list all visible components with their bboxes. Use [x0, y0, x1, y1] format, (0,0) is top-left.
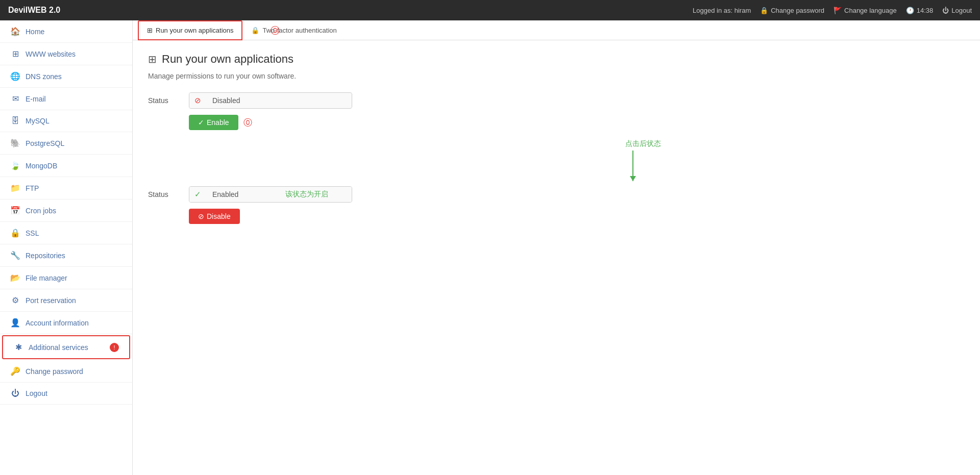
sidebar-item-account-information[interactable]: 👤 Account information	[0, 312, 132, 334]
tab-run-apps[interactable]: ⊞ Run your own applications	[138, 20, 242, 40]
checkmark-icon: ✓	[198, 118, 204, 127]
before-state-section: Status ⊘ Disabled ✓ Enable ⓪	[148, 92, 965, 130]
tab-lock-icon: 🔒	[251, 27, 259, 34]
change-language-link[interactable]: 🚩 Change language	[834, 7, 897, 14]
sidebar-item-label: WWW websites	[26, 50, 76, 58]
sidebar-item-label: Account information	[26, 319, 89, 327]
sidebar-item-dns-zones[interactable]: 🌐 DNS zones	[0, 65, 132, 88]
page-subtitle: Manage permissions to run your own softw…	[148, 72, 965, 80]
arrow-down	[632, 151, 633, 181]
email-icon: ✉	[10, 94, 20, 104]
status-enabled-text: Enabled	[206, 187, 279, 202]
status-input-disabled: ⊘ Disabled	[189, 92, 352, 109]
tab-bar: ⓪ ⊞ Run your own applications 🔒 Two-fact…	[133, 20, 980, 40]
page-title-icon: ⊞	[148, 53, 157, 65]
sidebar-item-label: Port reservation	[26, 296, 76, 305]
sidebar-item-label: File manager	[26, 274, 67, 282]
status-label-2: Status	[148, 190, 189, 198]
tab-run-apps-label: Run your own applications	[156, 27, 233, 34]
repo-icon: 🔧	[10, 251, 20, 260]
page-title-text: Run your own applications	[162, 53, 293, 66]
enable-label: Enable	[207, 118, 229, 127]
enable-button[interactable]: ✓ Enable	[189, 115, 238, 130]
sidebar-item-mysql[interactable]: 🗄 MySQL	[0, 110, 132, 132]
tab-two-factor[interactable]: 🔒 Two-factor authentication	[242, 20, 345, 40]
grid-icon: ⊞	[10, 49, 20, 59]
folder-icon: 📁	[10, 183, 20, 193]
tab-question-icon: ⓪	[271, 24, 280, 37]
tab-grid-icon: ⊞	[147, 27, 153, 34]
filemanager-icon: 📂	[10, 273, 20, 283]
ban-icon: ⊘	[198, 212, 204, 220]
account-icon: 👤	[10, 318, 20, 328]
sidebar-item-label: DNS zones	[26, 72, 62, 81]
status-input-enabled: ✓ Enabled 该状态为开启	[189, 186, 352, 203]
key-icon: 🔑	[10, 366, 20, 376]
status-enabled-note: 该状态为开启	[279, 187, 352, 202]
enable-button-row: ✓ Enable ⓪	[189, 115, 965, 130]
language-icon: 🚩	[834, 7, 842, 14]
sidebar-item-ssl[interactable]: 🔒 SSL	[0, 222, 132, 244]
annotation-text: 点击后状态	[625, 139, 661, 148]
sidebar-item-logout[interactable]: ⏻ Logout	[0, 383, 132, 405]
status-label-1: Status	[148, 96, 189, 105]
sidebar-item-label: SSL	[26, 229, 39, 237]
sidebar-item-label: MySQL	[26, 117, 50, 125]
disable-button[interactable]: ⊘ Disable	[189, 209, 240, 224]
page-title: ⊞ Run your own applications	[148, 53, 965, 66]
status-row-disabled: Status ⊘ Disabled	[148, 92, 965, 109]
sidebar-item-port-reservation[interactable]: ⚙ Port reservation	[0, 289, 132, 312]
after-state-section: Status ✓ Enabled 该状态为开启 ⊘ Disable	[148, 186, 965, 224]
sidebar: 🏠 Home ⊞ WWW websites 🌐 DNS zones ✉ E-ma…	[0, 20, 133, 475]
clock-icon: 🕐	[906, 7, 914, 14]
sidebar-item-cron-jobs[interactable]: 📅 Cron jobs	[0, 199, 132, 222]
page-content: ⊞ Run your own applications Manage permi…	[133, 40, 980, 251]
sidebar-item-label: Logout	[26, 389, 47, 397]
home-icon: 🏠	[10, 27, 20, 36]
sidebar-item-repositories[interactable]: 🔧 Repositories	[0, 244, 132, 267]
disable-button-row: ⊘ Disable	[189, 209, 965, 224]
sidebar-item-label: Additional services	[29, 343, 88, 352]
logged-in-info: Logged in as: hiram	[693, 7, 751, 14]
sidebar-item-postgresql[interactable]: 🐘 PostgreSQL	[0, 132, 132, 155]
mongodb-icon: 🍃	[10, 161, 20, 170]
disabled-circle-icon: ⊘	[189, 93, 206, 108]
sidebar-item-ftp[interactable]: 📁 FTP	[0, 177, 132, 199]
sidebar-item-label: E-mail	[26, 95, 46, 103]
change-password-link[interactable]: 🔒 Change password	[760, 7, 824, 14]
ssl-icon: 🔒	[10, 228, 20, 238]
sidebar-item-label: Home	[26, 28, 44, 36]
db-icon: 🗄	[10, 116, 20, 126]
status-disabled-text: Disabled	[206, 93, 352, 108]
globe-icon: 🌐	[10, 71, 20, 81]
sidebar-badge: !	[110, 343, 119, 352]
status-row-enabled: Status ✓ Enabled 该状态为开启	[148, 186, 965, 203]
power-icon: ⏻	[942, 7, 949, 14]
sidebar-item-file-manager[interactable]: 📂 File manager	[0, 267, 132, 289]
sidebar-item-label: Repositories	[26, 252, 65, 260]
sidebar-item-label: FTP	[26, 184, 39, 192]
sidebar-item-label: Change password	[26, 367, 83, 376]
lock-icon: 🔒	[760, 7, 768, 14]
sidebar-item-home[interactable]: 🏠 Home	[0, 20, 132, 43]
logout-icon: ⏻	[10, 389, 20, 398]
sidebar-item-change-password[interactable]: 🔑 Change password	[0, 360, 132, 383]
sidebar-item-label: Cron jobs	[26, 207, 56, 215]
sidebar-item-email[interactable]: ✉ E-mail	[0, 88, 132, 110]
sidebar-item-www-websites[interactable]: ⊞ WWW websites	[0, 43, 132, 65]
help-icon-enable[interactable]: ⓪	[243, 117, 252, 129]
logout-link[interactable]: ⏻ Logout	[942, 7, 972, 14]
main-layout: 🏠 Home ⊞ WWW websites 🌐 DNS zones ✉ E-ma…	[0, 20, 980, 475]
sidebar-item-label: MongoDB	[26, 162, 57, 170]
port-icon: ⚙	[10, 295, 20, 305]
topbar: DevilWEB 2.0 Logged in as: hiram 🔒 Chang…	[0, 0, 980, 20]
asterisk-icon: ✱	[13, 342, 23, 352]
content-area: ⓪ ⊞ Run your own applications 🔒 Two-fact…	[133, 20, 980, 475]
sidebar-item-label: PostgreSQL	[26, 139, 64, 147]
enabled-check-icon: ✓	[189, 187, 206, 202]
sidebar-item-mongodb[interactable]: 🍃 MongoDB	[0, 155, 132, 177]
topbar-right: Logged in as: hiram 🔒 Change password 🚩 …	[693, 7, 972, 14]
disable-label: Disable	[207, 212, 231, 220]
sidebar-item-additional-services[interactable]: ✱ Additional services !	[2, 335, 130, 359]
postgresql-icon: 🐘	[10, 138, 20, 148]
